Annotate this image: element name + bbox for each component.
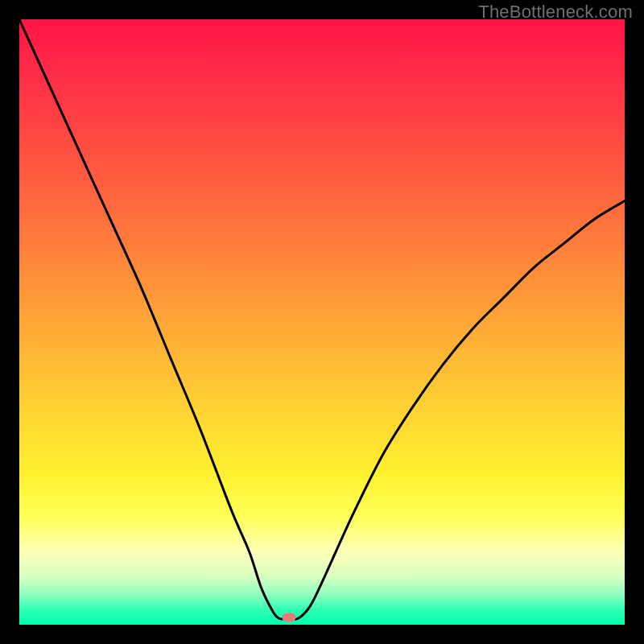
watermark-text: TheBottleneck.com <box>478 2 633 23</box>
curve-svg <box>19 19 625 625</box>
chart-frame: TheBottleneck.com <box>0 0 644 644</box>
bottleneck-curve-path <box>19 19 625 620</box>
minimum-marker <box>282 613 295 621</box>
plot-area <box>19 19 625 625</box>
